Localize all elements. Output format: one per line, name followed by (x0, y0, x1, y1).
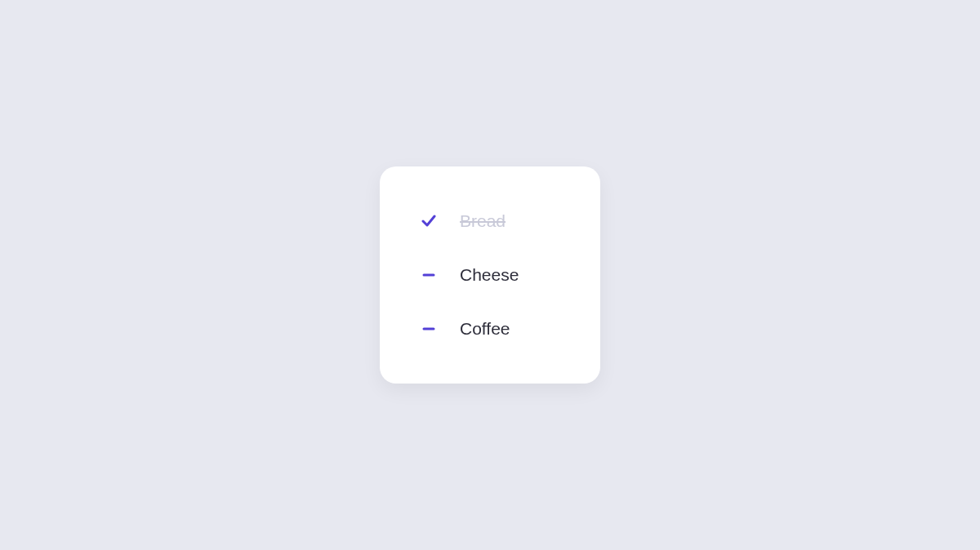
todo-list: Bread Cheese Coffee (421, 211, 559, 339)
item-label: Bread (460, 211, 506, 231)
todo-card: Bread Cheese Coffee (380, 166, 600, 384)
dash-icon (421, 321, 437, 337)
list-item[interactable]: Cheese (421, 265, 559, 285)
list-item[interactable]: Bread (421, 211, 559, 231)
list-item[interactable]: Coffee (421, 319, 559, 339)
item-label: Cheese (460, 265, 519, 285)
check-icon (421, 213, 437, 229)
dash-icon (421, 267, 437, 283)
item-label: Coffee (460, 319, 510, 339)
